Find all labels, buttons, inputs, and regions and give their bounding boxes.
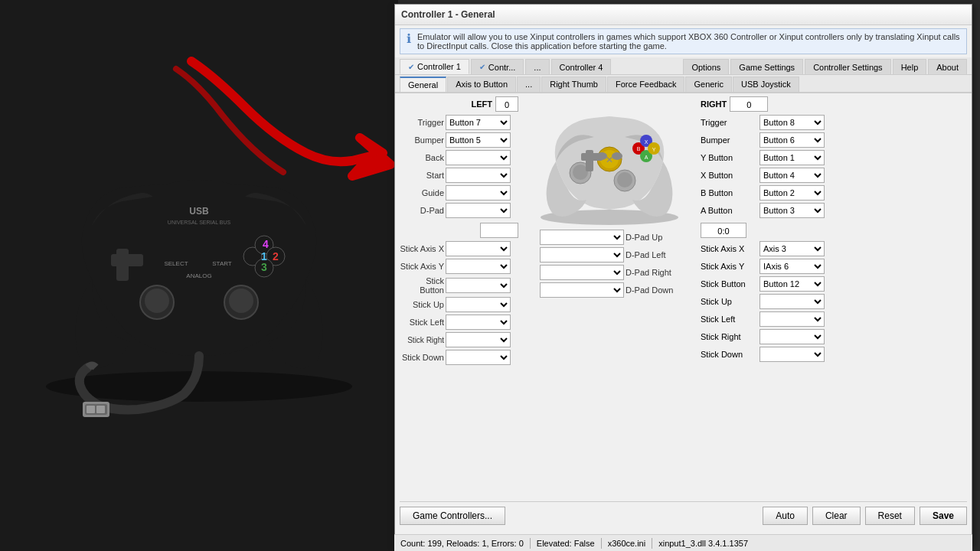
right-b-select[interactable]: Button 2 xyxy=(760,185,825,201)
right-b-label: B Button xyxy=(701,188,758,197)
left-stick-axis-y-select[interactable] xyxy=(446,259,511,274)
right-trigger-row: Trigger Button 8 xyxy=(701,115,967,130)
dpad-up-label: D-Pad Up xyxy=(626,233,679,242)
tab-usb-joystick[interactable]: USB Joystick xyxy=(733,77,799,92)
left-stick-up-select[interactable] xyxy=(446,297,511,312)
tab-general[interactable]: General xyxy=(400,77,446,92)
right-stick-right-select[interactable] xyxy=(760,329,825,344)
status-sep-3 xyxy=(652,538,652,549)
status-bar: Count: 199, Reloads: 1, Errors: 0 Elevat… xyxy=(394,534,972,551)
right-stick-up-select[interactable] xyxy=(760,294,825,309)
left-back-select[interactable] xyxy=(446,150,511,165)
right-trigger-label: Trigger xyxy=(701,118,758,127)
game-controllers-button[interactable]: Game Controllers... xyxy=(400,507,505,525)
tab-right-thumb-label: Right Thumb xyxy=(550,80,598,89)
left-trigger-label: Trigger xyxy=(400,118,444,127)
button-bar: Game Controllers... Auto Clear Reset Sav… xyxy=(400,501,967,527)
right-stick-button-select[interactable]: Button 12 xyxy=(760,276,825,292)
right-y-label: Y Button xyxy=(701,153,758,162)
left-top-value: 0 xyxy=(495,96,518,112)
left-stick-down-label: Stick Down xyxy=(400,353,444,362)
svg-text:A: A xyxy=(645,155,648,160)
tab-ellipsis[interactable]: ... xyxy=(517,77,541,92)
left-stick-left-select[interactable] xyxy=(446,315,511,330)
left-trigger-row: Trigger Button 7 xyxy=(400,115,518,130)
menu-game-settings[interactable]: Game Settings xyxy=(730,59,803,74)
auto-button[interactable]: Auto xyxy=(763,507,808,525)
status-ini: x360ce.ini xyxy=(608,539,646,548)
title-bar: Controller 1 - General xyxy=(395,5,972,25)
left-stick-right-select[interactable] xyxy=(446,332,511,347)
svg-text:B: B xyxy=(637,146,641,152)
right-stick-axis-x-label: Stick Axis X xyxy=(701,244,758,253)
left-stick-axis-y-label: Stick Axis Y xyxy=(400,262,444,271)
svg-point-35 xyxy=(612,152,622,160)
clear-button[interactable]: Clear xyxy=(812,507,861,525)
right-stick-section: 0:0 Stick Axis X Axis 3 Stick Axis Y xyxy=(701,223,967,362)
dpad-down-select[interactable] xyxy=(540,282,624,298)
left-section-header: LEFT xyxy=(472,99,493,109)
right-a-select[interactable]: Button 3 xyxy=(760,203,825,218)
svg-text:UNIVERSAL SERIAL BUS: UNIVERSAL SERIAL BUS xyxy=(168,220,231,225)
right-stick-axis-x-select[interactable]: Axis 3 xyxy=(760,241,825,256)
dpad-right-row: D-Pad Right xyxy=(521,265,697,280)
left-start-row: Start xyxy=(400,168,518,183)
right-section-header: RIGHT xyxy=(701,99,727,109)
dpad-up-select[interactable] xyxy=(540,230,624,245)
controller-tab-2[interactable]: ✔ Contr... xyxy=(471,59,524,74)
status-count: Count: 199, Reloads: 1, Errors: 0 xyxy=(400,539,524,548)
ctrl-tab-1-label: Controller 1 xyxy=(417,62,461,71)
right-bumper-row: Bumper Button 6 xyxy=(701,132,967,148)
svg-point-6 xyxy=(229,289,253,313)
info-bar: ℹ Emulator will allow you to use Xinput … xyxy=(400,28,967,54)
left-stick-value xyxy=(480,223,518,238)
tab-force-feedback[interactable]: Force Feedback xyxy=(607,77,684,92)
tab-right-thumb[interactable]: Right Thumb xyxy=(541,77,606,92)
tab-axis-to-button[interactable]: Axis to Button xyxy=(447,77,516,92)
svg-text:4: 4 xyxy=(263,238,269,250)
controller-tab-bar: ✔ Controller 1 ✔ Contr... ... Controller… xyxy=(395,57,972,75)
svg-text:START: START xyxy=(212,260,232,267)
controller-tab-4[interactable]: Controller 4 xyxy=(551,59,612,74)
save-button[interactable]: Save xyxy=(920,507,967,525)
menu-options[interactable]: Options xyxy=(683,59,729,74)
right-trigger-select[interactable]: Button 8 xyxy=(760,115,825,130)
controller-tab-1[interactable]: ✔ Controller 1 xyxy=(400,59,469,74)
tab-axis-label: Axis to Button xyxy=(456,80,508,89)
menu-controller-settings[interactable]: Controller Settings xyxy=(805,59,891,74)
right-y-select[interactable]: Button 1 xyxy=(760,150,825,165)
left-stick-axis-x-select[interactable] xyxy=(446,241,511,256)
left-dpad-select[interactable] xyxy=(446,203,511,218)
right-stick-down-select[interactable] xyxy=(760,347,825,362)
right-stick-left-select[interactable] xyxy=(760,311,825,327)
right-stick-value: 0:0 xyxy=(701,223,746,238)
right-stick-axis-x-row: Stick Axis X Axis 3 xyxy=(701,241,967,256)
mapping-layout: LEFT 0 Trigger Button 7 Bumper xyxy=(400,96,967,499)
menu-help[interactable]: Help xyxy=(893,59,927,74)
left-guide-label: Guide xyxy=(400,188,444,197)
right-x-select[interactable]: Button 4 xyxy=(760,168,825,183)
right-stick-axis-y-select[interactable]: IAxis 6 xyxy=(760,259,825,274)
svg-text:3: 3 xyxy=(261,261,267,273)
left-start-select[interactable] xyxy=(446,168,511,183)
controller-tab-3[interactable]: ... xyxy=(525,59,549,74)
left-stick-button-select[interactable] xyxy=(446,278,511,293)
info-text: Emulator will allow you to use Xinput co… xyxy=(417,32,960,51)
tab-generic[interactable]: Generic xyxy=(685,77,732,92)
left-stick-down-select[interactable] xyxy=(446,350,511,365)
dpad-right-label: D-Pad Right xyxy=(626,268,679,277)
reset-button[interactable]: Reset xyxy=(865,507,915,525)
menu-about[interactable]: About xyxy=(928,59,967,74)
right-bumper-select[interactable]: Button 6 xyxy=(760,132,825,148)
left-dpad-label: D-Pad xyxy=(400,206,444,215)
status-sep-1 xyxy=(530,538,531,549)
left-stick-right-row: Stick Right xyxy=(400,332,518,347)
left-guide-select[interactable] xyxy=(446,185,511,201)
dpad-down-row: D-Pad Down xyxy=(521,282,697,298)
left-bumper-select[interactable]: Button 5 xyxy=(446,132,511,148)
dpad-left-select[interactable] xyxy=(540,247,624,262)
right-stick-right-row: Stick Right xyxy=(701,329,967,344)
dpad-right-select[interactable] xyxy=(540,265,624,280)
left-trigger-select[interactable]: Button 7 xyxy=(446,115,511,130)
svg-text:X: X xyxy=(645,139,648,145)
